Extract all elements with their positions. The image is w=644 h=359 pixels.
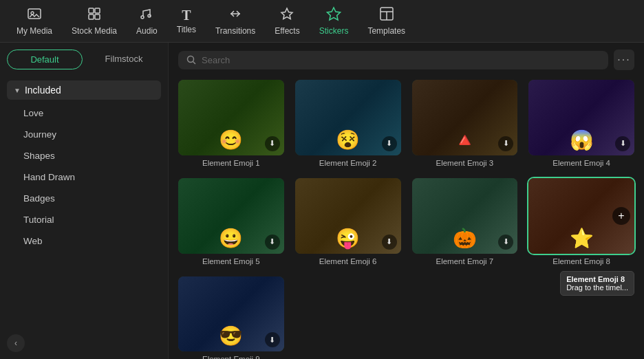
grid-thumb-4[interactable]: 😱⬇ (528, 80, 634, 155)
tab-default[interactable]: Default (7, 50, 83, 69)
nav-stock-media-label: Stock Media (72, 26, 117, 36)
nav-transitions[interactable]: Transitions (206, 2, 265, 40)
download-icon-1[interactable]: ⬇ (265, 136, 280, 151)
sidebar-section-included-header[interactable]: ▼ Included (7, 80, 161, 100)
sticker-emoji-1: 😊 (219, 129, 243, 151)
search-input[interactable] (202, 55, 600, 65)
nav-audio[interactable]: Audio (127, 2, 167, 40)
grid-thumb-8[interactable]: ⭐+ (528, 178, 634, 254)
grid-label-4: Element Emoji 4 (528, 159, 634, 167)
grid-label-8: Element Emoji 8 (528, 257, 634, 265)
grid-label-1: Element Emoji 1 (178, 159, 284, 167)
search-bar: ··· (169, 43, 644, 77)
grid-label-5: Element Emoji 5 (178, 257, 284, 265)
nav-effects[interactable]: Effects (265, 2, 309, 40)
more-options-button[interactable]: ··· (614, 50, 634, 70)
download-icon-4[interactable]: ⬇ (615, 136, 630, 151)
tab-filmstock[interactable]: Filmstock (87, 50, 161, 69)
nav-stickers[interactable]: Stickers (310, 2, 358, 40)
sticker-emoji-4: 😱 (570, 129, 594, 151)
sidebar-item-badges[interactable]: Badges (7, 188, 161, 209)
grid-item-5[interactable]: 😀⬇Element Emoji 5 (178, 178, 284, 265)
audio-icon (139, 6, 154, 23)
ellipsis-icon: ··· (617, 54, 630, 66)
main-layout: Default Filmstock ▼ Included Love Journe… (0, 43, 644, 359)
svg-point-6 (141, 16, 144, 19)
grid-label-9: Element Emoji 9 (178, 355, 284, 359)
download-icon-3[interactable]: ⬇ (498, 136, 513, 151)
sidebar-tabs: Default Filmstock (0, 43, 168, 75)
sticker-emoji-8: ⭐ (570, 227, 594, 250)
sidebar-item-tutorial[interactable]: Tutorial (7, 209, 161, 230)
grid-item-7[interactable]: 🎃⬇Element Emoji 7 (412, 178, 518, 265)
sticker-emoji-6: 😜 (336, 227, 360, 250)
grid-thumb-3[interactable]: 🔺⬇ (412, 80, 518, 155)
add-icon-8[interactable]: + (612, 207, 630, 225)
nav-audio-label: Audio (136, 26, 158, 36)
grid-label-2: Element Emoji 2 (295, 159, 401, 167)
sidebar-item-web[interactable]: Web (7, 230, 161, 252)
sidebar-item-journey[interactable]: Journey (7, 124, 161, 145)
svg-point-7 (148, 14, 151, 17)
nav-stickers-label: Stickers (319, 26, 349, 36)
svg-line-14 (193, 62, 196, 65)
sticker-emoji-2: 😵 (336, 129, 360, 151)
svg-marker-9 (328, 8, 341, 20)
grid-thumb-1[interactable]: 😊⬇ (178, 80, 284, 155)
grid-thumb-2[interactable]: 😵⬇ (295, 80, 401, 155)
sticker-emoji-5: 😀 (219, 227, 243, 250)
grid-item-8[interactable]: ⭐+Element Emoji 8Element Emoji 8Drag to … (528, 178, 634, 265)
nav-titles[interactable]: T Titles (167, 4, 206, 39)
download-icon-2[interactable]: ⬇ (382, 136, 397, 151)
download-icon-6[interactable]: ⬇ (382, 235, 397, 250)
grid-item-3[interactable]: 🔺⬇Element Emoji 3 (412, 80, 518, 167)
grid-item-2[interactable]: 😵⬇Element Emoji 2 (295, 80, 401, 167)
nav-transitions-label: Transitions (215, 26, 255, 36)
download-icon-5[interactable]: ⬇ (265, 235, 280, 250)
nav-my-media-label: My Media (17, 26, 52, 36)
my-media-icon (27, 6, 42, 23)
grid-item-4[interactable]: 😱⬇Element Emoji 4 (528, 80, 634, 167)
grid-thumb-7[interactable]: 🎃⬇ (412, 178, 518, 254)
nav-templates-label: Templates (367, 26, 405, 36)
grid-item-1[interactable]: 😊⬇Element Emoji 1 (178, 80, 284, 167)
sidebar: Default Filmstock ▼ Included Love Journe… (0, 43, 169, 359)
content-area: ··· 😊⬇Element Emoji 1😵⬇Element Emoji 2🔺⬇… (169, 43, 644, 359)
nav-effects-label: Effects (275, 26, 299, 36)
sticker-emoji-7: 🎃 (453, 227, 477, 250)
top-nav: My Media Stock Media Audio T Titles Tran… (0, 0, 644, 43)
svg-point-13 (188, 56, 194, 63)
grid-item-9[interactable]: 😎⬇Element Emoji 9 (178, 276, 284, 359)
grid-thumb-9[interactable]: 😎⬇ (178, 276, 284, 352)
grid-thumb-5[interactable]: 😀⬇ (178, 178, 284, 254)
nav-titles-label: Titles (177, 25, 196, 34)
titles-icon: T (182, 8, 191, 22)
svg-marker-8 (281, 8, 292, 19)
sticker-emoji-9: 😎 (219, 325, 243, 347)
sidebar-collapse-button[interactable]: ‹ (7, 334, 25, 352)
nav-templates[interactable]: Templates (358, 2, 415, 40)
grid-label-7: Element Emoji 7 (412, 257, 518, 265)
grid-thumb-6[interactable]: 😜⬇ (295, 178, 401, 254)
stock-media-icon (87, 6, 102, 23)
tooltip-8: Element Emoji 8Drag to the timel... (560, 271, 634, 296)
grid-label-6: Element Emoji 6 (295, 257, 401, 265)
sidebar-item-love[interactable]: Love (7, 102, 161, 124)
chevron-down-icon: ▼ (14, 87, 21, 94)
stickers-icon (326, 6, 341, 23)
stickers-grid: 😊⬇Element Emoji 1😵⬇Element Emoji 2🔺⬇Elem… (169, 77, 644, 359)
sidebar-item-hand-drawn[interactable]: Hand Drawn (7, 166, 161, 188)
nav-my-media[interactable]: My Media (7, 2, 62, 40)
svg-rect-2 (89, 8, 94, 13)
search-icon (186, 55, 196, 65)
search-input-container[interactable] (178, 51, 608, 69)
transitions-icon (228, 6, 243, 23)
effects-icon (279, 6, 294, 23)
sidebar-item-shapes[interactable]: Shapes (7, 145, 161, 166)
sidebar-section-included-label: Included (25, 85, 61, 96)
svg-rect-3 (95, 8, 100, 13)
svg-rect-4 (89, 14, 94, 19)
grid-item-6[interactable]: 😜⬇Element Emoji 6 (295, 178, 401, 265)
nav-stock-media[interactable]: Stock Media (62, 2, 127, 40)
download-icon-7[interactable]: ⬇ (498, 235, 513, 250)
